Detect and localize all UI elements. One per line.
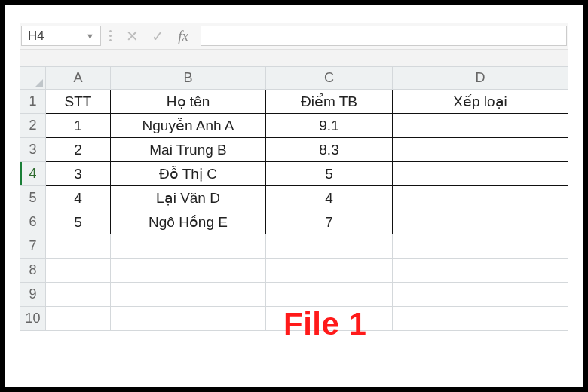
formula-bar-separator xyxy=(101,23,119,49)
table-row: 6 5 Ngô Hồng E 7 xyxy=(20,210,568,234)
cell[interactable] xyxy=(393,259,568,283)
cell[interactable]: 7 xyxy=(266,210,393,234)
column-header-D[interactable]: D xyxy=(393,67,568,90)
column-header-B[interactable]: B xyxy=(111,67,266,90)
cell[interactable]: Điểm TB xyxy=(266,90,393,114)
row-header[interactable]: 6 xyxy=(20,210,46,234)
row-header[interactable]: 8 xyxy=(20,259,46,283)
cell[interactable]: 3 xyxy=(46,162,111,186)
cell[interactable]: 5 xyxy=(266,162,393,186)
table-row: 4 3 Đỗ Thị C 5 xyxy=(20,162,568,186)
cell[interactable]: Mai Trung B xyxy=(111,138,266,162)
cell[interactable] xyxy=(393,307,568,331)
app-frame: H4 ▼ ✕ ✓ fx xyxy=(0,0,588,392)
cell[interactable] xyxy=(46,234,111,259)
column-header-C[interactable]: C xyxy=(266,67,393,90)
cell[interactable] xyxy=(393,138,568,162)
cell[interactable]: 9.1 xyxy=(266,114,393,138)
cell[interactable] xyxy=(46,259,111,283)
table-row: 9 xyxy=(20,283,568,307)
row-header[interactable]: 7 xyxy=(20,234,46,259)
row-header[interactable]: 3 xyxy=(20,138,46,162)
cell[interactable]: STT xyxy=(46,90,111,114)
sheet-table: A B C D 1 STT Họ tên Điểm TB Xếp loại xyxy=(20,66,568,331)
cell[interactable]: 2 xyxy=(46,138,111,162)
formula-bar: H4 ▼ ✕ ✓ fx xyxy=(20,23,568,50)
insert-function-button[interactable]: fx xyxy=(170,23,196,49)
cell[interactable]: Ngô Hồng E xyxy=(111,210,266,234)
chevron-down-icon[interactable]: ▼ xyxy=(86,32,94,41)
select-all-corner[interactable] xyxy=(20,67,46,90)
ribbon-gap xyxy=(20,50,568,66)
cell[interactable]: Lại Văn D xyxy=(111,186,266,210)
cell[interactable]: Họ tên xyxy=(111,90,266,114)
cell[interactable] xyxy=(111,234,266,259)
table-row: 5 4 Lại Văn D 4 xyxy=(20,186,568,210)
cell[interactable] xyxy=(46,307,111,331)
app-inner: H4 ▼ ✕ ✓ fx xyxy=(20,23,568,369)
table-row: 3 2 Mai Trung B 8.3 xyxy=(20,138,568,162)
cell[interactable] xyxy=(111,307,266,331)
column-header-row: A B C D xyxy=(20,67,568,90)
cell[interactable] xyxy=(393,234,568,259)
confirm-button[interactable]: ✓ xyxy=(145,23,170,49)
cell[interactable] xyxy=(393,114,568,138)
cell[interactable] xyxy=(266,259,393,283)
cell[interactable]: 4 xyxy=(46,186,111,210)
cancel-button[interactable]: ✕ xyxy=(119,23,145,49)
table-row: 8 xyxy=(20,259,568,283)
cell[interactable] xyxy=(266,234,393,259)
name-box[interactable]: H4 ▼ xyxy=(21,26,101,46)
annotation-label: File 1 xyxy=(283,306,366,342)
cell[interactable]: Nguyễn Anh A xyxy=(111,114,266,138)
cell[interactable]: 5 xyxy=(46,210,111,234)
cell[interactable]: 1 xyxy=(46,114,111,138)
row-header[interactable]: 1 xyxy=(20,90,46,114)
row-header[interactable]: 9 xyxy=(20,283,46,307)
cell[interactable]: Xếp loại xyxy=(393,90,568,114)
formula-input[interactable] xyxy=(201,26,567,46)
fx-icon: fx xyxy=(178,28,188,44)
cell[interactable] xyxy=(393,283,568,307)
cell[interactable] xyxy=(111,259,266,283)
cell[interactable]: 4 xyxy=(266,186,393,210)
row-header[interactable]: 10 xyxy=(20,307,46,331)
cell[interactable] xyxy=(393,186,568,210)
row-header[interactable]: 4 xyxy=(20,162,46,186)
cell[interactable] xyxy=(46,283,111,307)
table-row: 1 STT Họ tên Điểm TB Xếp loại xyxy=(20,90,568,114)
close-icon: ✕ xyxy=(126,27,139,45)
cell[interactable] xyxy=(111,283,266,307)
cell[interactable] xyxy=(393,162,568,186)
cell[interactable] xyxy=(266,283,393,307)
spreadsheet-grid[interactable]: A B C D 1 STT Họ tên Điểm TB Xếp loại xyxy=(20,66,568,331)
cell[interactable]: Đỗ Thị C xyxy=(111,162,266,186)
cell[interactable] xyxy=(393,210,568,234)
name-box-value: H4 xyxy=(28,29,44,44)
row-header[interactable]: 5 xyxy=(20,186,46,210)
grip-dots-icon xyxy=(109,30,112,41)
cell[interactable]: 8.3 xyxy=(266,138,393,162)
table-row: 2 1 Nguyễn Anh A 9.1 xyxy=(20,114,568,138)
table-row: 7 xyxy=(20,234,568,259)
check-icon: ✓ xyxy=(152,27,164,45)
row-header[interactable]: 2 xyxy=(20,114,46,138)
column-header-A[interactable]: A xyxy=(46,67,111,90)
